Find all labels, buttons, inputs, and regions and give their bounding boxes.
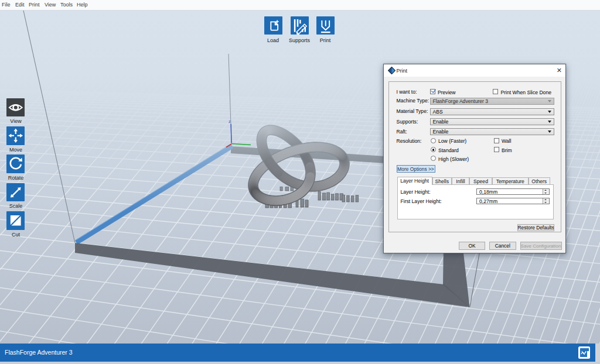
svg-text:z: z bbox=[229, 119, 231, 123]
